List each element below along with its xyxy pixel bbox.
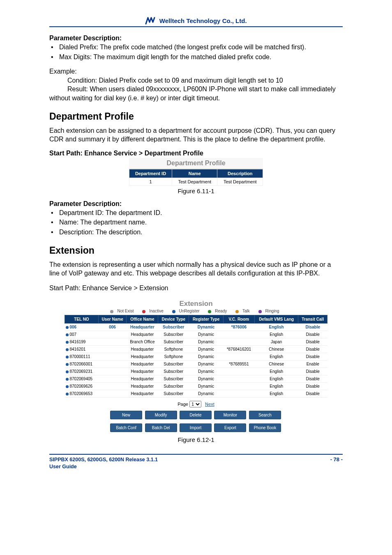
dept-profile-text: Each extension can be assigned to a depa… [49, 126, 343, 144]
dept-profile-path: Start Path: Enhance Service > Department… [49, 150, 343, 157]
status-dot-icon [66, 356, 69, 358]
example-condition: Condition: Dialed Prefix code set to 09 … [67, 76, 343, 85]
table-row[interactable]: 8702069405HeadquarterSubscriberDynamicEn… [65, 375, 327, 383]
new-button[interactable]: New [110, 411, 142, 419]
monitor-button[interactable]: Monitor [214, 411, 246, 419]
bullet-icon: • [51, 43, 59, 52]
ext-col-tel: TEL NO [65, 315, 99, 324]
bullet-icon: • [51, 228, 59, 237]
batch-conf-button[interactable]: Batch Conf [110, 423, 142, 432]
footer-page-number: - 78 - [330, 456, 343, 462]
dept-panel-title: Department Profile [129, 158, 263, 169]
search-button[interactable]: Search [249, 411, 281, 419]
status-dot-icon [66, 326, 69, 329]
param-desc-list-2: •Department ID: The department ID. •Name… [51, 208, 343, 237]
bullet-text: Dialed Prefix: The prefix code matched (… [59, 43, 306, 52]
logo-icon [145, 16, 156, 25]
param-desc-heading-2: Parameter Description: [49, 200, 343, 208]
figure-caption-611: Figure 6.11-1 [49, 187, 343, 194]
ext-col-user: User Name [98, 315, 127, 324]
status-dot-talk-icon [235, 310, 239, 313]
status-dot-icon [66, 333, 69, 336]
extension-table: TEL NO User Name Office Name Device Type… [65, 315, 327, 398]
dept-profile-panel: Department Profile Department ID Name De… [129, 158, 263, 186]
status-dot-ready-icon [208, 310, 211, 313]
status-dot-icon [66, 363, 69, 366]
table-row[interactable]: 8702066001HeadquarterSubscriberDynamic*8… [65, 361, 327, 368]
extension-heading: Extension [49, 245, 343, 256]
table-row[interactable]: 8702069626HeadquarterSubscriberDynamicEn… [65, 383, 327, 390]
bullet-icon: • [51, 53, 59, 62]
dept-cell-name: Test Department [172, 178, 217, 185]
table-row[interactable]: 8416199Branch OfficeSubscriberDynamicJap… [65, 338, 327, 346]
extension-text: The extension is representing a user whi… [49, 260, 343, 278]
export-button[interactable]: Export [214, 423, 246, 432]
dept-col-desc: Description [217, 169, 263, 178]
ext-col-lang: Default VMS Lang [254, 315, 298, 324]
dept-cell-id: 1 [129, 178, 172, 185]
ext-col-reg: Register Type [189, 315, 224, 324]
table-row[interactable]: 007HeadquarterSubscriberDynamicEnglishDi… [65, 331, 327, 338]
ext-col-vcroom: V.C. Room [223, 315, 254, 324]
footer-product: SIPPBX 6200S, 6200GS, 6200N Release 3.1.… [49, 456, 158, 463]
delete-button[interactable]: Delete [180, 411, 212, 419]
batch-del-button[interactable]: Batch Del [145, 423, 177, 432]
header-rule [49, 26, 343, 27]
status-dot-icon [66, 370, 69, 373]
figure-caption-612: Figure 6.12-1 [49, 436, 343, 443]
bullet-icon: • [51, 208, 59, 217]
dept-col-name: Name [172, 169, 217, 178]
footer-guide: User Guide [49, 463, 158, 470]
example-result: Result: When users dialed 09xxxxxxxx, LP… [49, 85, 343, 102]
table-row[interactable]: 1 Test Department Test Department [129, 178, 263, 185]
button-row-1: New Modify Delete Monitor Search [65, 411, 327, 421]
bullet-icon: • [51, 218, 59, 227]
dept-table: Department ID Name Description 1 Test De… [129, 169, 263, 186]
modify-button[interactable]: Modify [145, 411, 177, 419]
status-dot-icon [66, 385, 69, 388]
ext-col-device: Device Type [158, 315, 189, 324]
table-row[interactable]: 8702069231HeadquarterSubscriberDynamicEn… [65, 368, 327, 375]
page-footer: SIPPBX 6200S, 6200GS, 6200N Release 3.1.… [49, 454, 343, 470]
company-header: Welltech Technology Co., Ltd. [49, 16, 343, 25]
param-desc-heading: Parameter Description: [49, 35, 343, 42]
table-row[interactable]: 006006HeadquarterSubscriberDynamic*87600… [65, 324, 327, 331]
dept-col-id: Department ID [129, 169, 172, 178]
button-row-2: Batch Conf Batch Del Import Export Phone… [65, 423, 327, 434]
ext-col-transit: Transit Call [298, 315, 327, 324]
dept-cell-desc: Test Department [217, 178, 263, 185]
next-link[interactable]: Next [205, 402, 214, 407]
phone-book-button[interactable]: Phone Book [249, 423, 281, 432]
status-dot-icon [66, 378, 69, 381]
pager: Page 1 Next [65, 398, 327, 411]
status-dot-inactive-icon [142, 310, 145, 313]
example-heading: Example: [49, 67, 343, 76]
extension-panel: Extension Not Exist Inactive UnRegister … [65, 298, 327, 434]
ext-col-office: Office Name [127, 315, 158, 324]
pager-label: Page [178, 402, 188, 407]
company-name: Welltech Technology Co., Ltd. [159, 17, 247, 24]
status-dot-icon [66, 348, 69, 351]
bullet-text: Max Digits: The maximum digit length for… [59, 53, 271, 62]
status-dot-unregister-icon [172, 310, 175, 313]
status-legend: Not Exist Inactive UnRegister Ready Talk… [65, 309, 327, 315]
extension-path: Start Path: Enhance Service > Extension [49, 284, 343, 293]
page-select[interactable]: 1 [189, 401, 201, 407]
status-dot-icon [66, 341, 69, 344]
table-row[interactable]: 8702069653HeadquarterSubscriberDynamicEn… [65, 390, 327, 398]
bullet-text: Department ID: The department ID. [59, 208, 162, 217]
status-dot-ringing-icon [258, 310, 262, 313]
bullet-text: Name: The department name. [59, 218, 147, 227]
import-button[interactable]: Import [180, 423, 212, 432]
status-dot-notexist-icon [110, 310, 113, 313]
ext-panel-title: Extension [65, 298, 327, 309]
bullet-text: Description: The description. [59, 228, 142, 237]
table-row[interactable]: 870000111HeadquarterSoftphoneDynamicEngl… [65, 353, 327, 361]
dept-profile-heading: Department Profile [49, 111, 343, 122]
param-desc-list-1: •Dialed Prefix: The prefix code matched … [51, 43, 343, 61]
status-dot-icon [66, 393, 69, 395]
table-row[interactable]: 8416201HeadquarterSoftphoneDynamic*87684… [65, 346, 327, 353]
